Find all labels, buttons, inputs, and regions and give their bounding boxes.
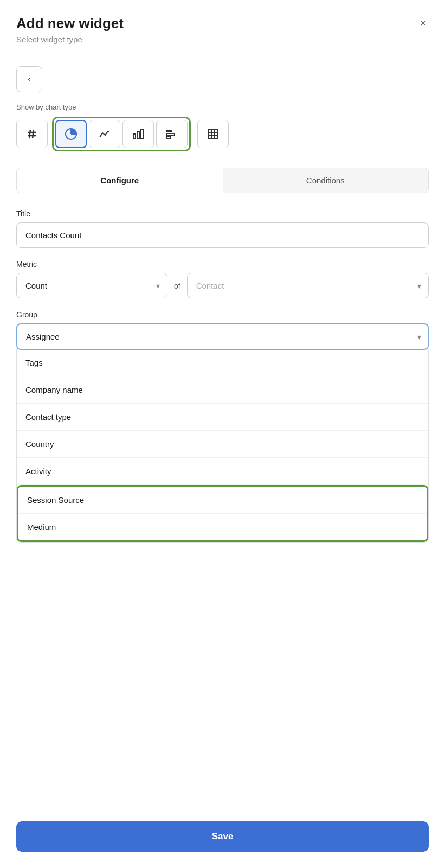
- chart-type-bar-button[interactable]: [122, 120, 154, 148]
- dropdown-list: Tags Company name Contact type Country A…: [16, 349, 429, 542]
- metric-count-select-wrap: Count ▾: [16, 273, 167, 298]
- metric-contact-select-wrap: Contact ▾: [187, 273, 429, 298]
- chart-type-hash-button[interactable]: [16, 120, 48, 148]
- metric-contact-select[interactable]: Contact: [187, 273, 429, 298]
- metric-label: Metric: [16, 260, 429, 269]
- group-select[interactable]: Assignee: [16, 323, 429, 350]
- chart-type-row: [16, 117, 429, 151]
- group-form-group: Group Assignee ▾ Tags Company name Conta…: [16, 310, 429, 542]
- save-button[interactable]: Save: [16, 821, 429, 852]
- svg-rect-10: [167, 130, 172, 132]
- svg-rect-12: [167, 137, 171, 138]
- header-text: Add new widget Select widget type: [16, 15, 124, 44]
- dropdown-item-session-source[interactable]: Session Source: [18, 487, 427, 514]
- dropdown-item-country[interactable]: Country: [17, 431, 428, 458]
- chart-type-section: Show by chart type: [16, 103, 429, 151]
- title-label: Title: [16, 209, 429, 218]
- chart-type-pie-button[interactable]: [55, 120, 87, 148]
- dropdown-item-medium[interactable]: Medium: [18, 514, 427, 540]
- modal-body: ‹ Show by chart type: [0, 53, 445, 868]
- chart-type-line-button[interactable]: [89, 120, 120, 148]
- svg-line-2: [29, 130, 30, 138]
- svg-line-3: [33, 130, 34, 138]
- group-label: Group: [16, 310, 429, 319]
- dropdown-item-tags[interactable]: Tags: [17, 349, 428, 376]
- modal-title: Add new widget: [16, 15, 124, 32]
- of-label: of: [174, 282, 180, 290]
- metric-row: Count ▾ of Contact ▾: [16, 273, 429, 298]
- modal-subtitle: Select widget type: [16, 35, 124, 44]
- group-dropdown-container: Assignee ▾ Tags Company name Contact typ…: [16, 323, 429, 542]
- metric-form-group: Metric Count ▾ of Contact ▾: [16, 260, 429, 298]
- back-button[interactable]: ‹: [16, 66, 42, 92]
- tab-configure[interactable]: Configure Assignee: [17, 168, 223, 193]
- dropdown-item-activity[interactable]: Activity: [17, 458, 428, 485]
- dropdown-highlighted-group: Session Source Medium: [17, 485, 428, 542]
- svg-rect-8: [137, 131, 139, 139]
- chart-type-label: Show by chart type: [16, 103, 429, 111]
- chart-type-table-button[interactable]: [197, 120, 229, 148]
- svg-rect-7: [133, 134, 136, 139]
- chart-type-group: [52, 117, 191, 151]
- tabs-row: Configure Assignee Conditions: [16, 168, 429, 193]
- title-input[interactable]: [16, 222, 429, 248]
- svg-rect-13: [208, 129, 218, 139]
- close-button[interactable]: ×: [417, 15, 429, 31]
- metric-count-select[interactable]: Count: [16, 273, 167, 298]
- dropdown-item-contact-type[interactable]: Contact type: [17, 404, 428, 431]
- svg-rect-9: [141, 130, 143, 139]
- modal-header: Add new widget Select widget type ×: [0, 0, 445, 53]
- group-select-wrapper: Assignee ▾: [16, 323, 429, 350]
- svg-rect-11: [167, 133, 175, 135]
- add-widget-modal: Add new widget Select widget type × ‹ Sh…: [0, 0, 445, 868]
- chart-type-hbar-button[interactable]: [156, 120, 188, 148]
- title-form-group: Title: [16, 209, 429, 248]
- dropdown-item-company-name[interactable]: Company name: [17, 376, 428, 404]
- tab-conditions[interactable]: Conditions: [223, 168, 429, 193]
